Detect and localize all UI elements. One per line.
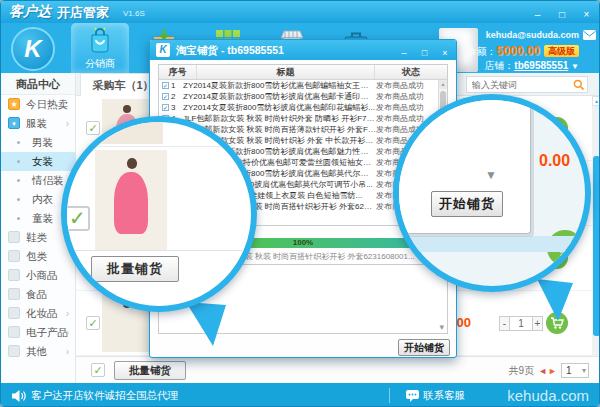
divider	[389, 388, 390, 403]
page-select[interactable]: 1▾	[561, 363, 589, 378]
sidebar-item-label: 食品	[26, 288, 47, 300]
website-url: kehuda.com	[507, 385, 589, 406]
shop-label: 店铺：	[484, 60, 514, 71]
sidebar-item-label: 化妆品	[26, 307, 58, 319]
row-divider	[67, 146, 251, 147]
search-input[interactable]	[466, 76, 588, 93]
batch-list-button[interactable]: 批量铺货	[114, 361, 186, 380]
sidebar-item-label: 情侣装	[32, 174, 64, 186]
table-row[interactable]: 1 ZY2014夏装新款折800雪纺衫优惠包邮蝙蝠袖女王公主... 发布商品成功	[159, 80, 438, 91]
sidebar-item-icon	[8, 117, 20, 129]
chevron-down-icon[interactable]: ▼	[571, 62, 579, 71]
sidebar-item[interactable]: 食品	[1, 285, 75, 304]
checkbox-checked-icon[interactable]	[162, 93, 169, 100]
content-scrollbar[interactable]: ▲	[592, 96, 600, 356]
sidebar-item-label: 童装	[32, 212, 53, 224]
chevron-down-icon: ▾	[582, 364, 586, 377]
column-status: 状态	[375, 65, 447, 79]
checkbox-checked-icon[interactable]: ✓	[86, 121, 100, 135]
column-title: 标题	[197, 65, 375, 79]
speaker-icon	[11, 389, 26, 403]
sidebar-item-label: 电子产品	[26, 326, 68, 338]
sidebar-item-label: 女装	[32, 155, 53, 167]
sidebar-header: 商品中心	[1, 73, 75, 95]
dialog-minimize-button[interactable]: –	[397, 47, 411, 61]
shop-account-link[interactable]: tb69585551	[514, 60, 568, 71]
scrollbar-thumb[interactable]	[593, 156, 600, 336]
scroll-up-icon[interactable]: ▲	[439, 80, 447, 89]
dialog-edge-band	[393, 236, 591, 252]
row-title: ZY2014夏装新款折800雪纺衫优惠包邮蝙蝠袖女王公主...	[183, 80, 376, 91]
magnified-batch-list-button[interactable]: 批量铺货	[91, 256, 179, 282]
sidebar-item[interactable]: 今日热卖	[1, 95, 75, 114]
row-status: 发布商品成功	[376, 80, 438, 91]
app-title: 开店管家	[57, 4, 109, 22]
table-row[interactable]: 2 ZY2014夏装新款折800雪纺衫披肩优惠包邮卡通印花多... 发布商品成功	[159, 91, 438, 102]
table-row[interactable]: 4 JLF包邮新款女装 秋装 时尚针织外套 防晒衫 开衫F713... 发布商品…	[159, 113, 438, 124]
sidebar-item-icon	[17, 198, 20, 201]
row-number: 1	[171, 81, 183, 90]
sidebar-item-label: 内衣	[32, 193, 53, 205]
minimize-button[interactable]: –	[529, 8, 546, 23]
magnified-product-photo	[95, 150, 167, 250]
search-icon[interactable]	[573, 79, 585, 91]
table-row[interactable]: 3 ZY2014女夏装折800雪纺衫披肩优惠包邮印花蝙蝠衫... 发布商品成功	[159, 102, 438, 113]
app-logo: K	[11, 27, 55, 71]
mail-icon[interactable]	[583, 30, 596, 40]
row-number: 2	[171, 92, 183, 101]
sidebar-item-label: 鞋类	[26, 231, 47, 243]
maximize-button[interactable]: □	[554, 8, 571, 23]
dialog-controls: – □ ×	[395, 42, 452, 61]
page-number: 1	[566, 365, 572, 376]
page-total: 共9页	[509, 365, 535, 376]
chevron-down-icon: ▼	[485, 168, 497, 182]
sidebar-item-icon	[8, 98, 20, 110]
chevron-right-icon: ›	[66, 323, 69, 342]
sidebar-item[interactable]: 服装 ›	[1, 114, 75, 133]
sidebar-item[interactable]: 小商品	[1, 266, 75, 285]
sidebar-item-icon	[17, 217, 20, 220]
membership-badge[interactable]: 高级版	[544, 45, 579, 57]
sidebar-item[interactable]: 男装	[1, 133, 75, 152]
start-listing-button[interactable]: 开始铺货	[398, 339, 450, 356]
dialog-titlebar[interactable]: K 淘宝铺货 - tb69585551 – □ ×	[150, 40, 456, 60]
scroll-up-icon[interactable]: ▲	[592, 96, 600, 106]
sidebar-item-icon	[17, 160, 20, 163]
checkbox-checked-icon[interactable]	[162, 82, 169, 89]
row-number: 3	[171, 103, 183, 112]
select-all-checkbox[interactable]: ✓	[91, 363, 105, 377]
sidebar-item-label: 包类	[26, 250, 47, 262]
sidebar-item[interactable]: 其他 ›	[1, 342, 75, 361]
next-page-icon[interactable]: ►	[548, 366, 557, 376]
balance-value: 5000.00	[497, 44, 540, 58]
sidebar-item-icon	[17, 141, 20, 144]
magnified-start-listing-button[interactable]: 开始铺货	[431, 191, 503, 217]
titlebar: 客户达 开店管家 V1.6S – □ ×	[1, 1, 600, 23]
contact-support-link[interactable]: 联系客服	[423, 383, 465, 407]
checkbox-checked-icon[interactable]	[162, 104, 169, 111]
qty-minus-button[interactable]: -	[499, 316, 510, 331]
chevron-down-icon[interactable]: ▾	[439, 322, 444, 332]
row-status: 发布商品成功	[376, 91, 438, 102]
dialog-close-button[interactable]: ×	[438, 47, 452, 61]
magnified-price: 0.00	[539, 152, 570, 170]
sidebar-item[interactable]: 女装	[1, 152, 75, 171]
sidebar-item[interactable]: 电子产品 ›	[1, 323, 75, 342]
chevron-right-icon: ›	[66, 304, 69, 323]
sidebar-item-icon	[8, 288, 20, 300]
dialog-maximize-button[interactable]: □	[418, 47, 432, 61]
pagination: 共9页◄►1▾	[509, 363, 589, 378]
column-num: 序号	[159, 65, 197, 79]
dialog-title: 淘宝铺货 - tb69585551	[176, 40, 284, 60]
toolbar-tab-distribution[interactable]: 分销商	[71, 23, 129, 73]
window-controls: – □ ×	[526, 4, 595, 23]
prev-page-icon[interactable]: ◄	[538, 366, 547, 376]
toolbar-tab-label: 分销商	[71, 57, 129, 71]
sidebar-item[interactable]: 包类	[1, 247, 75, 266]
sidebar-item-icon	[8, 307, 20, 319]
account-email: kehuda@sududa.com	[486, 30, 579, 40]
row-title: JLF包邮新款女装 秋装 时尚针织外套 防晒衫 开衫F713...	[183, 113, 376, 124]
checkbox-checked-icon[interactable]: ✓	[86, 316, 100, 330]
close-button[interactable]: ×	[578, 8, 595, 23]
sidebar-item[interactable]: 化妆品 ›	[1, 304, 75, 323]
